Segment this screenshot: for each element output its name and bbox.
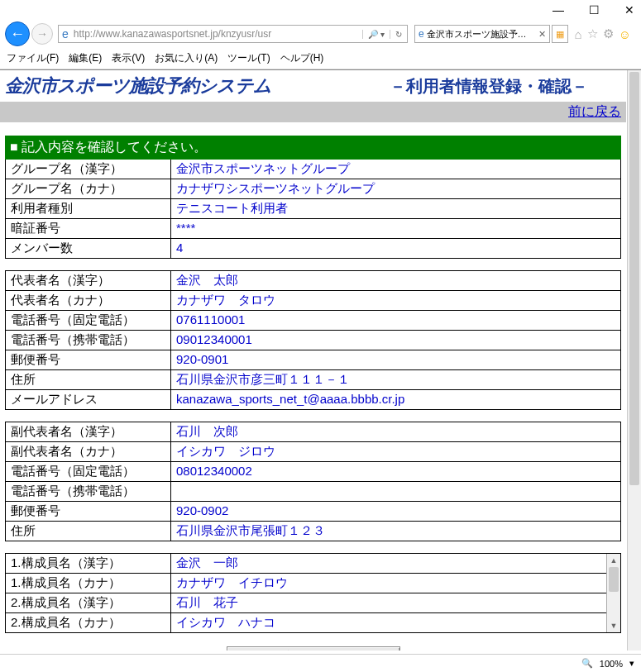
feedback-icon[interactable]: ☺ xyxy=(619,27,631,41)
value: 0761110001 xyxy=(171,311,620,330)
refresh-icon[interactable]: ↻ xyxy=(390,30,407,39)
minimize-button[interactable]: — xyxy=(553,3,564,17)
value: 920-0902 xyxy=(171,502,620,521)
home-icon[interactable]: ⌂ xyxy=(575,27,582,41)
address-bar[interactable]: e http://www.kanazawasportsnet.jp/knzyus… xyxy=(58,25,408,43)
sub-representative-section: 副代表者名（漢字） 石川 次郎 副代表者名（カナ） イシカワ ジロウ 電話番号（… xyxy=(5,422,621,541)
back-button[interactable]: ← xyxy=(5,21,30,46)
value: 08012340002 xyxy=(171,462,620,481)
scroll-thumb[interactable] xyxy=(629,72,639,485)
member-row: 1.構成員名（カナ） カナザワ イチロウ xyxy=(6,573,606,593)
ie-tab-icon: e xyxy=(419,28,424,40)
label: 住所 xyxy=(6,522,171,541)
value: 石川 花子 xyxy=(171,593,606,612)
page-scrollbar[interactable] xyxy=(627,70,641,651)
label: 電話番号（携帯電話） xyxy=(6,482,171,501)
subrep-name-kana-row: 副代表者名（カナ） イシカワ ジロウ xyxy=(6,441,620,461)
zoom-dropdown-icon[interactable]: ▾ xyxy=(629,658,634,669)
label: 代表者名（漢字） xyxy=(6,271,171,290)
content-wrapper: 金沢市スポーツ施設予約システム －利用者情報登録・確認－ 前に戻る ■ 記入内容… xyxy=(0,69,641,651)
back-link[interactable]: 前に戻る xyxy=(568,104,621,118)
forward-button[interactable]: → xyxy=(31,23,53,45)
member-row: 1.構成員名（漢字） 金沢 一郎 xyxy=(6,554,606,573)
maximize-button[interactable]: ☐ xyxy=(589,3,600,17)
label: 2.構成員名（漢字） xyxy=(6,593,171,612)
label: 利用者種別 xyxy=(6,199,171,218)
scroll-thumb[interactable] xyxy=(609,567,619,592)
value: カナザワ タロウ xyxy=(171,291,620,310)
page-title: －利用者情報登録・確認－ xyxy=(390,75,621,98)
ie-page-icon: e xyxy=(59,27,72,41)
tools-icon[interactable]: ⚙ xyxy=(603,26,614,41)
rep-name-kanji-row: 代表者名（漢字） 金沢 太郎 xyxy=(6,271,620,290)
label: 電話番号（携帯電話） xyxy=(6,331,171,350)
value: kanazawa_sports_net_t@aaaa.bbbb.cr.jp xyxy=(171,390,620,409)
subrep-tel-fixed-row: 電話番号（固定電話） 08012340002 xyxy=(6,461,620,481)
value: 石川県金沢市尾張町１２３ xyxy=(171,522,620,541)
menu-tools[interactable]: ツール(T) xyxy=(227,51,270,65)
url-text: http://www.kanazawasportsnet.jp/knzyusr/… xyxy=(72,28,362,40)
label: グループ名（カナ） xyxy=(6,179,171,198)
scroll-up-icon[interactable]: ▲ xyxy=(607,554,620,567)
members-scrollbar[interactable]: ▲ ▼ xyxy=(606,554,620,632)
subrep-tel-mobile-row: 電話番号（携帯電話） xyxy=(6,481,620,501)
search-dropdown-icon[interactable]: 🔎 ▾ xyxy=(362,30,390,39)
label: 副代表者名（漢字） xyxy=(6,422,171,441)
member-row: 2.構成員名（カナ） イシカワ ハナコ xyxy=(6,612,606,632)
tab-close-icon[interactable]: ✕ xyxy=(537,29,546,40)
menu-file[interactable]: ファイル(F) xyxy=(7,51,59,65)
user-type-row: 利用者種別 テニスコート利用者 xyxy=(6,198,620,218)
menu-help[interactable]: ヘルプ(H) xyxy=(280,51,324,65)
value: カナザワ イチロウ xyxy=(171,574,606,593)
members-section: 1.構成員名（漢字） 金沢 一郎 1.構成員名（カナ） カナザワ イチロウ 2.… xyxy=(5,553,621,633)
label: 電話番号（固定電話） xyxy=(6,311,171,330)
label: 電話番号（固定電話） xyxy=(6,462,171,481)
members-rows: 1.構成員名（漢字） 金沢 一郎 1.構成員名（カナ） カナザワ イチロウ 2.… xyxy=(6,554,606,632)
favorites-icon[interactable]: ☆ xyxy=(587,26,598,41)
confirm-banner: ■ 記入内容を確認してください。 xyxy=(5,136,621,160)
subrep-postal-row: 郵便番号 920-0902 xyxy=(6,501,620,521)
member-row: 2.構成員名（漢字） 石川 花子 xyxy=(6,593,606,612)
label: 郵便番号 xyxy=(6,502,171,521)
label: 副代表者名（カナ） xyxy=(6,442,171,461)
representative-section: 代表者名（漢字） 金沢 太郎 代表者名（カナ） カナザワ タロウ 電話番号（固定… xyxy=(5,270,621,410)
scroll-down-icon[interactable]: ▼ xyxy=(607,619,620,632)
label: 1.構成員名（漢字） xyxy=(6,554,171,573)
value: 920-0901 xyxy=(171,350,620,369)
group-name-kanji-row: グループ名（漢字） 金沢市スポーツネットグループ xyxy=(6,160,620,179)
value: 石川県金沢市彦三町１１１－１ xyxy=(171,370,620,389)
submit-button[interactable]: 上記の内容で利用者を登録する xyxy=(227,646,400,651)
page-header: 金沢市スポーツ施設予約システム －利用者情報登録・確認－ xyxy=(0,70,626,102)
label: 住所 xyxy=(6,370,171,389)
pin-row: 暗証番号 **** xyxy=(6,218,620,238)
label: メールアドレス xyxy=(6,390,171,409)
label: 暗証番号 xyxy=(6,219,171,238)
label: メンバー数 xyxy=(6,239,171,258)
label: 2.構成員名（カナ） xyxy=(6,613,171,632)
value: 金沢 一郎 xyxy=(171,554,606,573)
menu-edit[interactable]: 編集(E) xyxy=(69,51,102,65)
subrep-address-row: 住所 石川県金沢市尾張町１２３ xyxy=(6,521,620,541)
label: グループ名（漢字） xyxy=(6,160,171,179)
zoom-icon[interactable]: 🔍 xyxy=(581,658,593,669)
rep-tel-fixed-row: 電話番号（固定電話） 0761110001 xyxy=(6,310,620,330)
value xyxy=(171,482,620,501)
subrep-name-kanji-row: 副代表者名（漢字） 石川 次郎 xyxy=(6,422,620,441)
group-name-kana-row: グループ名（カナ） カナザワシスポーツネットグループ xyxy=(6,179,620,198)
rep-name-kana-row: 代表者名（カナ） カナザワ タロウ xyxy=(6,290,620,310)
browser-tab[interactable]: e 金沢市スポーツ施設予約シス... ✕ xyxy=(414,25,550,43)
menu-favorites[interactable]: お気に入り(A) xyxy=(155,51,218,65)
window-controls: — ☐ ✕ xyxy=(0,0,641,20)
menu-view[interactable]: 表示(V) xyxy=(112,51,145,65)
value: 石川 次郎 xyxy=(171,422,620,441)
member-count-row: メンバー数 4 xyxy=(6,238,620,258)
value: **** xyxy=(171,219,620,238)
new-tab-button[interactable]: ▦ xyxy=(552,25,568,43)
submit-row: 上記の内容で利用者を登録する xyxy=(0,633,626,651)
close-button[interactable]: ✕ xyxy=(624,3,634,17)
toolbar-icons: ⌂ ☆ ⚙ ☺ xyxy=(570,26,636,41)
value: イシカワ ハナコ xyxy=(171,613,606,632)
tab-strip: e 金沢市スポーツ施設予約シス... ✕ ▦ xyxy=(414,25,568,43)
rep-tel-mobile-row: 電話番号（携帯電話） 09012340001 xyxy=(6,330,620,350)
value: 09012340001 xyxy=(171,331,620,350)
